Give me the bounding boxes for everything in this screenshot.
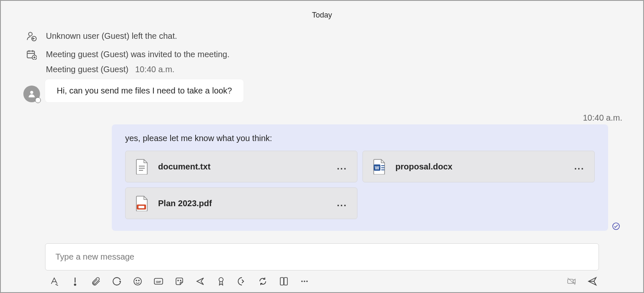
svg-point-16 [178,280,179,281]
attach-icon[interactable] [91,276,101,286]
avatar[interactable] [23,86,40,102]
svg-point-18 [219,278,223,282]
svg-rect-8 [138,206,144,208]
svg-text:W: W [375,165,380,170]
compose-toolbar: GIF [45,270,599,289]
file-ppt-icon [136,195,149,211]
file-txt-icon [136,159,149,174]
file-attachment-pdf[interactable]: Plan 2023.pdf ... [125,187,357,219]
outgoing-timestamp: 10:40 a.m. [20,102,624,124]
svg-point-17 [180,280,181,281]
svg-point-0 [29,32,33,36]
file-more-button[interactable]: ... [574,161,584,172]
svg-point-12 [136,280,137,281]
system-event-user-left: Unknown user (Guest) left the chat. [20,28,624,46]
presence-indicator [35,97,41,103]
file-more-button[interactable]: ... [337,198,347,209]
outgoing-message-text: yes, please let me know what you think: [125,134,595,143]
file-more-button[interactable]: ... [337,161,347,172]
approval-icon[interactable] [216,276,226,286]
system-event-invited: Meeting guest (Guest) was invited to the… [20,46,624,65]
message-input[interactable]: Type a new message [45,243,599,270]
svg-point-21 [301,280,303,282]
svg-point-23 [306,280,308,282]
svg-rect-24 [568,279,573,283]
user-left-icon [26,30,37,41]
svg-text:GIF: GIF [156,280,161,284]
svg-point-11 [134,278,141,285]
file-name: Plan 2023.pdf [158,199,212,208]
svg-rect-20 [284,278,287,285]
calendar-add-icon [26,49,37,60]
file-attachment-txt[interactable]: document.txt ... [125,151,357,182]
send-button[interactable] [587,276,597,286]
incoming-message-header: Meeting guest (Guest) 10:40 a.m. [20,65,624,74]
svg-rect-19 [280,278,284,285]
seen-check-icon [612,222,620,230]
video-clip-icon[interactable] [566,276,576,286]
svg-point-13 [138,280,139,281]
incoming-author: Meeting guest (Guest) [46,65,128,74]
gif-icon[interactable]: GIF [153,276,164,286]
incoming-message-text: Hi, can you send me files I need to take… [57,86,232,95]
apps-icon[interactable] [279,276,289,286]
more-icon[interactable] [299,276,309,286]
priority-icon[interactable] [70,276,80,286]
file-attachment-docx[interactable]: W proposal.docx ... [362,151,595,182]
file-name: proposal.docx [395,162,453,172]
svg-point-22 [304,280,305,282]
file-word-icon: W [373,159,386,174]
incoming-message-bubble[interactable]: Hi, can you send me files I need to take… [45,79,244,102]
stream-icon[interactable] [237,276,247,286]
system-event-text: Meeting guest (Guest) was invited to the… [46,50,229,59]
emoji-icon[interactable] [133,276,143,286]
system-event-text: Unknown user (Guest) left the chat. [46,31,177,41]
send-arrow-icon[interactable] [195,276,205,286]
sticker-icon[interactable] [174,276,184,286]
incoming-timestamp: 10:40 a.m. [135,65,175,74]
outgoing-message-bubble[interactable]: yes, please let me know what you think: … [112,124,608,231]
svg-point-10 [74,284,75,285]
loop-icon[interactable] [112,276,122,286]
date-divider: Today [20,5,624,28]
updates-icon[interactable] [258,276,268,286]
message-input-placeholder: Type a new message [55,252,134,261]
svg-point-4 [30,91,33,94]
format-icon[interactable] [49,276,59,286]
file-name: document.txt [158,162,211,172]
